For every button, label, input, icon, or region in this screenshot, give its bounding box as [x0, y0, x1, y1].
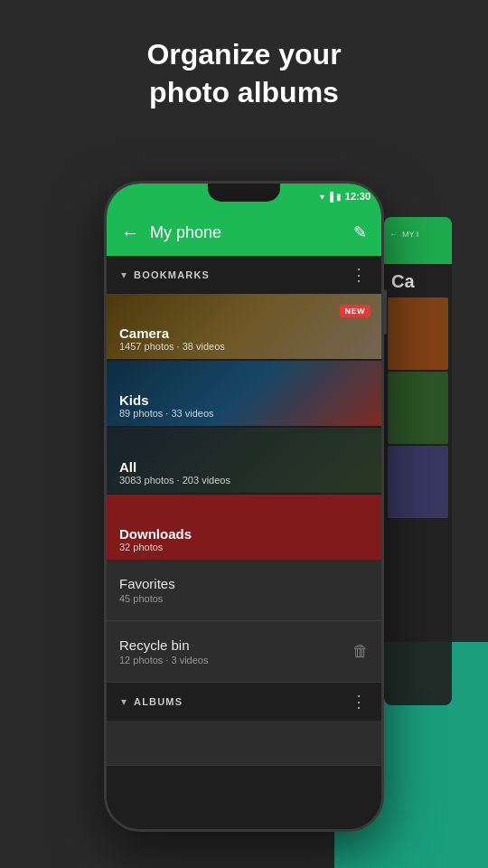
downloads-album-count: 32 photos [119, 542, 192, 552]
camera-album-name: Camera [119, 326, 225, 341]
wifi-icon: ▾ [320, 192, 324, 202]
all-album-info: All 3083 photos · 203 videos [119, 459, 230, 486]
albums-placeholder [107, 721, 381, 766]
all-album-count: 3083 photos · 203 videos [119, 475, 230, 486]
camera-new-badge: NEW [340, 305, 371, 317]
second-screen-img2 [388, 372, 448, 444]
albums-section-header: ▾ ALBUMS ⋮ [107, 683, 381, 721]
phone-frame: ▾ ▐ ▮ 12:30 ← My phone ✎ ▾ BOOKMARKS ⋮ [104, 181, 384, 832]
top-action-bar: ← My phone ✎ [107, 209, 381, 256]
favorites-album-name: Favorites [119, 576, 369, 591]
album-item-recycle-bin[interactable]: Recycle bin 12 photos · 3 videos 🗑 [107, 621, 381, 683]
signal-icon: ▐ [327, 192, 333, 202]
favorites-album-count: 45 photos [119, 593, 369, 604]
second-screen-nav-label: ← MY I [384, 217, 452, 242]
downloads-album-name: Downloads [119, 526, 192, 542]
edit-button[interactable]: ✎ [353, 222, 367, 242]
kids-album-info: Kids 89 photos · 33 videos [119, 392, 214, 419]
back-button[interactable]: ← [121, 222, 139, 243]
recycle-bin-info: Recycle bin 12 photos · 3 videos [119, 637, 352, 665]
albums-more-button[interactable]: ⋮ [351, 692, 367, 712]
album-item-kids[interactable]: Kids 89 photos · 33 videos [107, 361, 381, 426]
second-screen-img3 [388, 446, 448, 518]
camera-album-info: Camera 1457 photos · 38 videos [119, 326, 225, 352]
kids-album-count: 89 photos · 33 videos [119, 408, 214, 419]
all-album-name: All [119, 459, 230, 475]
second-phone-screen: ← MY I Ca [384, 217, 452, 705]
phone-mockup: ▾ ▐ ▮ 12:30 ← My phone ✎ ▾ BOOKMARKS ⋮ [104, 181, 384, 832]
phone-screen-content: ▾ BOOKMARKS ⋮ Camera 1457 photos · 38 vi… [107, 256, 381, 829]
second-screen-topbar: ← MY I [384, 217, 452, 264]
albums-chevron[interactable]: ▾ [121, 695, 127, 708]
album-item-camera[interactable]: Camera 1457 photos · 38 videos NEW [107, 294, 381, 359]
bookmarks-more-button[interactable]: ⋮ [351, 265, 367, 285]
album-item-favorites[interactable]: Favorites 45 photos [107, 560, 381, 621]
album-item-downloads[interactable]: Downloads 32 photos [107, 495, 381, 560]
bookmarks-chevron[interactable]: ▾ [121, 269, 127, 281]
camera-album-count: 1457 photos · 38 videos [119, 341, 225, 352]
recycle-bin-name: Recycle bin [119, 637, 352, 653]
bookmarks-section-header: ▾ BOOKMARKS ⋮ [107, 256, 381, 294]
screen-title: My phone [150, 223, 343, 242]
battery-icon: ▮ [336, 192, 342, 202]
downloads-album-info: Downloads 32 photos [119, 526, 192, 552]
phone-side-button [383, 289, 387, 335]
second-screen-img1 [388, 297, 448, 370]
trash-icon: 🗑 [352, 642, 369, 661]
bookmarks-label: BOOKMARKS [134, 269, 351, 280]
second-screen-title: Ca [388, 268, 448, 296]
status-time: 12:30 [345, 191, 371, 202]
kids-album-name: Kids [119, 392, 214, 408]
page-header: Organize your photo albums [0, 0, 488, 138]
status-icons: ▾ ▐ ▮ [320, 192, 342, 202]
page-title: Organize your photo albums [54, 36, 434, 111]
album-item-all[interactable]: All 3083 photos · 203 videos [107, 428, 381, 493]
second-screen-body: Ca [384, 264, 452, 522]
phone-notch [208, 184, 280, 202]
recycle-bin-count: 12 photos · 3 videos [119, 655, 352, 665]
album-list: Camera 1457 photos · 38 videos NEW Kids … [107, 294, 381, 560]
albums-label: ALBUMS [134, 696, 351, 707]
